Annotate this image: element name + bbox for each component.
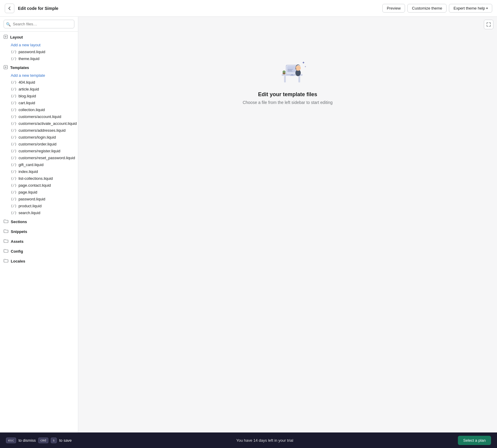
esc-key: esc (6, 438, 16, 443)
add-layout-link[interactable]: Add a new layout (0, 42, 78, 48)
liquid-icon: {/} (11, 197, 17, 201)
list-item[interactable]: {/}customers/reset_password.liquid (0, 154, 78, 161)
liquid-icon: {/} (11, 156, 17, 160)
empty-state-illustration: ✦ ✦ (267, 53, 309, 85)
expand-button[interactable] (484, 20, 493, 29)
bottom-bar: esc to dismiss cmd s to save You have 14… (0, 432, 497, 448)
folder-icon (4, 259, 8, 264)
liquid-icon: {/} (11, 135, 17, 139)
snippets-label: Snippets (11, 229, 27, 234)
header-actions: Preview Customize theme Expert theme hel… (382, 4, 492, 13)
locales-label: Locales (11, 259, 25, 263)
templates-label: Templates (10, 65, 29, 70)
liquid-icon: {/} (11, 122, 17, 125)
cmd-key: cmd (38, 438, 48, 443)
liquid-icon: {/} (11, 128, 17, 132)
templates-items: Add a new template {/}404.liquid {/}arti… (0, 72, 78, 216)
list-item[interactable]: {/}product.liquid (0, 202, 78, 209)
search-bar: 🔍 (0, 17, 78, 32)
list-item[interactable]: {/}search.liquid (0, 209, 78, 216)
layout-items: Add a new layout {/} password.liquid {/}… (0, 42, 78, 62)
list-item[interactable]: {/}404.liquid (0, 79, 78, 86)
liquid-icon: {/} (11, 211, 17, 215)
templates-section: Templates Add a new template {/}404.liqu… (0, 62, 78, 216)
liquid-icon: {/} (11, 142, 17, 146)
add-template-link[interactable]: Add a new template (0, 72, 78, 79)
app-body: 🔍 Layout Add a new layout {/} password.l… (0, 17, 497, 448)
dismiss-label: to dismiss (19, 438, 36, 443)
expand-icon (4, 35, 8, 40)
search-icon: 🔍 (6, 22, 11, 26)
layout-section-header[interactable]: Layout (0, 32, 78, 42)
snippets-section-header[interactable]: Snippets (0, 226, 78, 236)
assets-section: Assets (0, 236, 78, 246)
list-item[interactable]: {/}customers/addresses.liquid (0, 127, 78, 134)
layout-label: Layout (10, 35, 23, 39)
list-item[interactable]: {/}cart.liquid (0, 99, 78, 106)
svg-text:✦: ✦ (304, 65, 306, 68)
liquid-icon: {/} (11, 190, 17, 194)
select-plan-button[interactable]: Select a plan (458, 436, 491, 445)
list-item[interactable]: {/}list-collections.liquid (0, 175, 78, 182)
liquid-icon: {/} (11, 50, 17, 54)
expand-icon (4, 65, 8, 70)
list-item[interactable]: {/}customers/login.liquid (0, 134, 78, 141)
list-item[interactable]: {/}collection.liquid (0, 106, 78, 113)
liquid-icon: {/} (11, 57, 17, 61)
liquid-icon: {/} (11, 80, 17, 84)
list-item[interactable]: {/}gift_card.liquid (0, 161, 78, 168)
svg-rect-3 (284, 76, 286, 82)
s-key: s (51, 438, 57, 443)
folder-icon (4, 249, 8, 254)
main-content: ✦ ✦ Edit your template files Choose a fi… (78, 17, 497, 448)
liquid-icon: {/} (11, 101, 17, 105)
assets-label: Assets (11, 239, 24, 244)
svg-rect-8 (290, 75, 294, 76)
assets-section-header[interactable]: Assets (0, 236, 78, 246)
liquid-icon: {/} (11, 115, 17, 119)
layout-section: Layout Add a new layout {/} password.liq… (0, 32, 78, 62)
list-item[interactable]: {/} theme.liquid (0, 55, 78, 62)
sections-section-header[interactable]: Sections (0, 216, 78, 226)
sections-label: Sections (11, 220, 27, 224)
list-item[interactable]: {/}customers/register.liquid (0, 148, 78, 154)
list-item[interactable]: {/}page.contact.liquid (0, 182, 78, 189)
config-section-header[interactable]: Config (0, 246, 78, 256)
locales-section: Locales (0, 256, 78, 266)
liquid-icon: {/} (11, 177, 17, 180)
locales-section-header[interactable]: Locales (0, 256, 78, 266)
templates-section-header[interactable]: Templates (0, 62, 78, 72)
list-item[interactable]: {/}article.liquid (0, 86, 78, 93)
folder-icon (4, 219, 8, 224)
config-label: Config (11, 249, 23, 254)
back-button[interactable] (5, 4, 14, 13)
liquid-icon: {/} (11, 170, 17, 174)
chevron-down-icon: ▾ (486, 7, 488, 10)
snippets-section: Snippets (0, 226, 78, 236)
empty-state: ✦ ✦ Edit your template files Choose a fi… (243, 53, 332, 105)
list-item[interactable]: {/}page.liquid (0, 189, 78, 196)
customize-theme-button[interactable]: Customize theme (407, 4, 447, 13)
empty-state-subtitle: Choose a file from the left sidebar to s… (243, 100, 332, 105)
list-item[interactable]: {/}customers/activate_account.liquid (0, 120, 78, 127)
config-section: Config (0, 246, 78, 256)
list-item[interactable]: {/}blog.liquid (0, 93, 78, 99)
list-item[interactable]: {/}password.liquid (0, 196, 78, 202)
svg-point-12 (283, 73, 286, 74)
list-item[interactable]: {/} password.liquid (0, 48, 78, 55)
list-item[interactable]: {/}customers/account.liquid (0, 113, 78, 120)
sections-section: Sections (0, 216, 78, 226)
expert-theme-help-button[interactable]: Expert theme help ▾ (449, 4, 492, 13)
sidebar: 🔍 Layout Add a new layout {/} password.l… (0, 17, 78, 432)
list-item[interactable]: {/}index.liquid (0, 168, 78, 175)
list-item[interactable]: {/}customers/order.liquid (0, 141, 78, 148)
liquid-icon: {/} (11, 87, 17, 91)
folder-icon (4, 239, 8, 244)
svg-rect-4 (298, 76, 300, 82)
liquid-icon: {/} (11, 108, 17, 112)
search-input[interactable] (4, 20, 74, 28)
preview-button[interactable]: Preview (382, 4, 405, 13)
empty-state-title: Edit your template files (258, 91, 317, 98)
page-title: Edit code for Simple (18, 6, 382, 11)
liquid-icon: {/} (11, 94, 17, 98)
